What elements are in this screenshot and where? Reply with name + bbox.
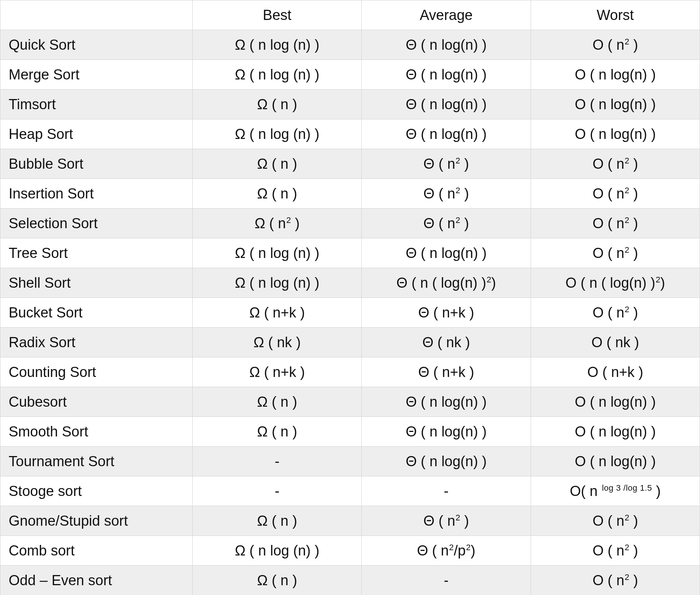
average-case: Θ ( n2 ) — [362, 179, 531, 209]
worst-case: O ( n2 ) — [531, 506, 700, 536]
best-case: Ω ( n ) — [193, 506, 362, 536]
best-case: Ω ( n2 ) — [193, 209, 362, 238]
average-case: Θ ( n log(n) ) — [362, 447, 531, 476]
algorithm-name: Gnome/Stupid sort — [0, 506, 193, 536]
table-row: Counting SortΩ ( n+k )Θ ( n+k )O ( n+k ) — [0, 357, 700, 387]
average-case: Θ ( n+k ) — [362, 357, 531, 387]
best-case: Ω ( n ) — [193, 90, 362, 119]
worst-case: O ( n2 ) — [531, 209, 700, 238]
algorithm-name: Counting Sort — [0, 357, 193, 387]
worst-case: O ( n2 ) — [531, 238, 700, 268]
table-row: Radix SortΩ ( nk )Θ ( nk )O ( nk ) — [0, 328, 700, 357]
table-row: Comb sortΩ ( n log (n) )Θ ( n2/p2)O ( n2… — [0, 536, 700, 566]
best-case: - — [193, 476, 362, 506]
average-case: Θ ( n2 ) — [362, 506, 531, 536]
worst-case: O ( n log(n) ) — [531, 60, 700, 90]
worst-case: O ( n2 ) — [531, 30, 700, 60]
algorithm-name: Shell Sort — [0, 268, 193, 298]
table-row: Shell SortΩ ( n log (n) )Θ ( n ( log(n) … — [0, 268, 700, 298]
algorithm-name: Radix Sort — [0, 328, 193, 357]
algorithm-name: Bubble Sort — [0, 149, 193, 179]
header-best: Best — [193, 0, 362, 30]
table-row: Quick SortΩ ( n log (n) )Θ ( n log(n) )O… — [0, 30, 700, 60]
average-case: Θ ( n log(n) ) — [362, 119, 531, 149]
worst-case: O ( n2 ) — [531, 566, 700, 595]
algorithm-name: Odd – Even sort — [0, 566, 193, 595]
average-case: Θ ( n2 ) — [362, 149, 531, 179]
algorithm-name: Insertion Sort — [0, 179, 193, 209]
table-row: Smooth SortΩ ( n )Θ ( n log(n) )O ( n lo… — [0, 417, 700, 447]
average-case: Θ ( n log(n) ) — [362, 30, 531, 60]
header-average: Average — [362, 0, 531, 30]
worst-case: O ( n2 ) — [531, 298, 700, 328]
table-row: Heap SortΩ ( n log (n) )Θ ( n log(n) )O … — [0, 119, 700, 149]
best-case: Ω ( n+k ) — [193, 298, 362, 328]
average-case: Θ ( n log(n) ) — [362, 387, 531, 417]
worst-case: O ( n2 ) — [531, 179, 700, 209]
worst-case: O ( n log(n) ) — [531, 119, 700, 149]
algorithm-name: Selection Sort — [0, 209, 193, 238]
worst-case: O ( n log(n) ) — [531, 387, 700, 417]
worst-case: O ( n+k ) — [531, 357, 700, 387]
best-case: Ω ( n ) — [193, 417, 362, 447]
average-case: Θ ( n2 ) — [362, 209, 531, 238]
average-case: Θ ( n ( log(n) )2) — [362, 268, 531, 298]
table-row: Odd – Even sortΩ ( n )-O ( n2 ) — [0, 566, 700, 595]
table-row: Gnome/Stupid sortΩ ( n )Θ ( n2 )O ( n2 ) — [0, 506, 700, 536]
table-row: Stooge sort--O( n log 3 /log 1.5 ) — [0, 476, 700, 506]
best-case: Ω ( nk ) — [193, 328, 362, 357]
algorithm-name: Comb sort — [0, 536, 193, 566]
best-case: Ω ( n log (n) ) — [193, 60, 362, 90]
worst-case: O ( n log(n) ) — [531, 417, 700, 447]
table-row: Tree SortΩ ( n log (n) )Θ ( n log(n) )O … — [0, 238, 700, 268]
algorithm-name: Tree Sort — [0, 238, 193, 268]
algorithm-name: Stooge sort — [0, 476, 193, 506]
algorithm-name: Tournament Sort — [0, 447, 193, 476]
best-case: Ω ( n ) — [193, 149, 362, 179]
worst-case: O ( nk ) — [531, 328, 700, 357]
average-case: Θ ( n log(n) ) — [362, 60, 531, 90]
best-case: Ω ( n ) — [193, 179, 362, 209]
best-case: Ω ( n log (n) ) — [193, 238, 362, 268]
average-case: Θ ( n log(n) ) — [362, 90, 531, 119]
table-row: CubesortΩ ( n )Θ ( n log(n) )O ( n log(n… — [0, 387, 700, 417]
algorithm-name: Cubesort — [0, 387, 193, 417]
algorithm-name: Timsort — [0, 90, 193, 119]
best-case: Ω ( n ) — [193, 387, 362, 417]
best-case: Ω ( n ) — [193, 566, 362, 595]
average-case: - — [362, 476, 531, 506]
average-case: Θ ( n+k ) — [362, 298, 531, 328]
best-case: Ω ( n log (n) ) — [193, 268, 362, 298]
algorithm-name: Smooth Sort — [0, 417, 193, 447]
header-worst: Worst — [531, 0, 700, 30]
average-case: Θ ( n log(n) ) — [362, 238, 531, 268]
header-name — [0, 0, 193, 30]
best-case: - — [193, 447, 362, 476]
table-row: Bucket SortΩ ( n+k )Θ ( n+k )O ( n2 ) — [0, 298, 700, 328]
table-row: Insertion SortΩ ( n )Θ ( n2 )O ( n2 ) — [0, 179, 700, 209]
table-row: Merge SortΩ ( n log (n) )Θ ( n log(n) )O… — [0, 60, 700, 90]
algorithm-name: Heap Sort — [0, 119, 193, 149]
best-case: Ω ( n log (n) ) — [193, 30, 362, 60]
table-row: TimsortΩ ( n )Θ ( n log(n) )O ( n log(n)… — [0, 90, 700, 119]
table-header: Best Average Worst — [0, 0, 700, 30]
table-body: Quick SortΩ ( n log (n) )Θ ( n log(n) )O… — [0, 30, 700, 595]
best-case: Ω ( n log (n) ) — [193, 119, 362, 149]
worst-case: O ( n log(n) ) — [531, 90, 700, 119]
worst-case: O ( n log(n) ) — [531, 447, 700, 476]
algorithm-name: Merge Sort — [0, 60, 193, 90]
best-case: Ω ( n+k ) — [193, 357, 362, 387]
algorithm-name: Quick Sort — [0, 30, 193, 60]
complexity-table: Best Average Worst Quick SortΩ ( n log (… — [0, 0, 700, 595]
worst-case: O( n log 3 /log 1.5 ) — [531, 476, 700, 506]
best-case: Ω ( n log (n) ) — [193, 536, 362, 566]
algorithm-name: Bucket Sort — [0, 298, 193, 328]
average-case: Θ ( nk ) — [362, 328, 531, 357]
worst-case: O ( n ( log(n) )2) — [531, 268, 700, 298]
worst-case: O ( n2 ) — [531, 149, 700, 179]
average-case: - — [362, 566, 531, 595]
average-case: Θ ( n2/p2) — [362, 536, 531, 566]
worst-case: O ( n2 ) — [531, 536, 700, 566]
table-row: Bubble SortΩ ( n )Θ ( n2 )O ( n2 ) — [0, 149, 700, 179]
average-case: Θ ( n log(n) ) — [362, 417, 531, 447]
